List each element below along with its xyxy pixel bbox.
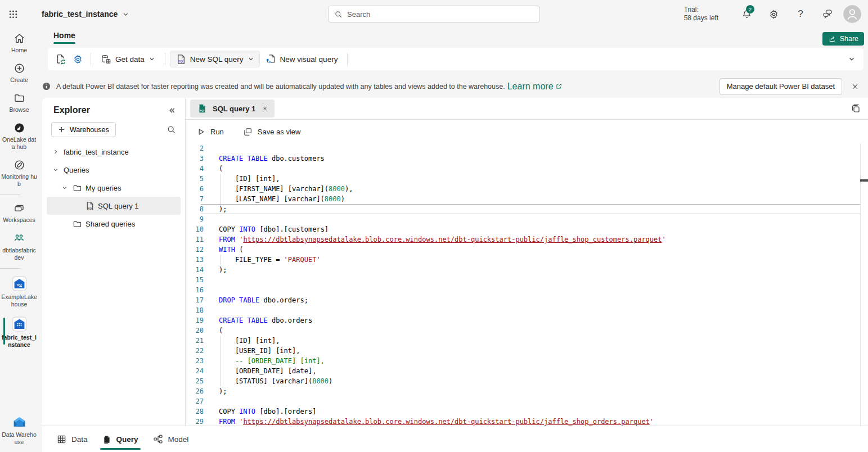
code-line-12[interactable]: 12WITH ( (186, 245, 868, 255)
code-line-5[interactable]: 5 [ID] [int], (186, 174, 868, 184)
ribbon-tab-row: Home Share (38, 28, 868, 48)
code-line-29[interactable]: 29FROM 'https://dbtlabsynapsedatalake.bl… (186, 417, 868, 426)
tab-query[interactable]: Query (99, 426, 142, 452)
code-line-28[interactable]: 28COPY INTO [dbo].[orders] (186, 406, 868, 417)
code-line-17[interactable]: 17DROP TABLE dbo.orders; (186, 295, 868, 305)
new-sql-query-button[interactable]: SQL New SQL query (170, 51, 260, 67)
code-line-15[interactable]: 15 (186, 275, 868, 285)
help-button[interactable]: ? (787, 0, 814, 28)
code-line-27[interactable]: 27 (186, 396, 868, 406)
banner-close-button[interactable] (847, 78, 863, 95)
sidebar-item-monitoring-hub[interactable]: Monitoring hub (0, 155, 38, 192)
code-line-3[interactable]: 3CREATE TABLE dbo.customers (186, 153, 868, 164)
visual-query-icon (265, 53, 276, 65)
code-line-10[interactable]: 10COPY INTO [dbo].[customers] (186, 224, 868, 234)
sidebar-item-browse[interactable]: Browse (0, 88, 38, 117)
code-line-23[interactable]: 23 -- [ORDER_DATE] [int], (186, 356, 868, 366)
code-line-21[interactable]: 21 [ID] [int], (186, 336, 868, 346)
code-line-8[interactable]: 8); (186, 204, 868, 214)
settings-button[interactable] (760, 0, 787, 28)
sidebar-item-data-warehouse[interactable]: Data Warehouse (0, 410, 38, 450)
feedback-button[interactable] (814, 0, 841, 28)
tree-item-queries[interactable]: Queries (47, 161, 181, 179)
run-button[interactable]: Run (197, 128, 224, 136)
copy-icon[interactable] (851, 103, 861, 114)
code-line-9[interactable]: 9 (186, 214, 868, 224)
new-visual-query-button[interactable]: New visual query (260, 51, 343, 67)
svg-text:SQL: SQL (178, 60, 184, 63)
save-as-view-button[interactable]: Save as view (243, 127, 301, 137)
code-line-18[interactable]: 18 (186, 305, 868, 315)
tree-item-fabric-test-instance[interactable]: fabric_test_instance (47, 143, 181, 161)
code-line-25[interactable]: 25 [STATUS] [varchar](8000) (186, 376, 868, 386)
tab-sql-query-1[interactable]: SQL SQL query 1 (190, 100, 275, 117)
share-button[interactable]: Share (822, 32, 864, 46)
code-line-22[interactable]: 22 [USER_ID] [int], (186, 346, 868, 356)
tree-item-my-queries[interactable]: My queries (47, 179, 181, 197)
collapse-panel-icon[interactable] (168, 106, 176, 115)
code-line-11[interactable]: 11FROM 'https://dbtlabsynapsedatalake.bl… (186, 234, 868, 245)
monitoring-icon (14, 159, 25, 171)
code-line-26[interactable]: 26); (186, 386, 868, 396)
sidebar-item-workspaces[interactable]: Workspaces (0, 198, 38, 228)
code-line-7[interactable]: 7 [LAST_NAME] [varchar](8000) (186, 194, 868, 204)
chevron-right-icon[interactable] (51, 148, 60, 155)
sidebar-item-onelake-data-hub[interactable]: OneLake data hub (0, 117, 38, 155)
line-content: COPY INTO [dbo].[orders] (204, 406, 316, 417)
global-search[interactable] (328, 6, 540, 22)
tree-item-sql-query-1[interactable]: SQLSQL query 1 (47, 197, 181, 215)
chevron-down-icon[interactable] (51, 166, 60, 173)
code-line-20[interactable]: 20( (186, 326, 868, 336)
code-line-24[interactable]: 24 [ORDER_DATE] [date], (186, 366, 868, 376)
tab-data[interactable]: Data (53, 426, 91, 452)
code-line-19[interactable]: 19CREATE TABLE dbo.orders (186, 315, 868, 326)
line-number: 27 (186, 396, 204, 406)
sidebar-item-dbtlabsfabricdev[interactable]: dbtlabsfabricdev (0, 228, 38, 265)
code-line-16[interactable]: 16 (186, 285, 868, 295)
main-workspace: Explorer Warehouses fabric_test_instance… (42, 98, 868, 426)
ribbon-divider (165, 53, 165, 65)
sidebar-item-examplelakehouse[interactable]: ExampleLakehouse (0, 272, 38, 312)
learn-more-link[interactable]: Learn more (507, 82, 554, 92)
sidebar-item-create[interactable]: Create (0, 58, 38, 88)
code-line-6[interactable]: 6 [FIRST_NAME] [varchar](8000), (186, 184, 868, 194)
line-content: [ID] [int], (204, 174, 280, 184)
manage-default-dataset-button[interactable]: Manage default Power BI dataset (719, 78, 842, 95)
workspace-switcher[interactable]: fabric_test_instance (42, 10, 129, 19)
account-avatar[interactable] (843, 5, 861, 23)
ribbon-settings-button[interactable] (69, 51, 86, 67)
sql-file-icon: SQL (197, 103, 207, 114)
line-number: 16 (186, 285, 204, 295)
sql-editor[interactable]: 23CREATE TABLE dbo.customers4(5 [ID] [in… (186, 143, 868, 426)
tab-home[interactable]: Home (53, 31, 75, 40)
new-refresh-button[interactable] (52, 51, 69, 67)
sidebar-item-home[interactable]: Home (0, 28, 38, 58)
tree-item-shared-queries[interactable]: Shared queries (47, 215, 181, 233)
code-line-13[interactable]: 13 FILE_TYPE = 'PARQUET' (186, 255, 868, 265)
ribbon-collapse-button[interactable] (848, 55, 856, 65)
editor-overview-ruler[interactable] (860, 143, 868, 426)
line-content: FROM 'https://dbtlabsynapsedatalake.blob… (204, 234, 666, 245)
code-line-2[interactable]: 2 (186, 143, 868, 153)
sidebar-item-fabric-test-instance[interactable]: fabric_test_instance (0, 312, 38, 352)
explorer-search-icon[interactable] (167, 125, 176, 134)
code-line-4[interactable]: 4( (186, 164, 868, 174)
code-line-14[interactable]: 14); (186, 265, 868, 275)
chevron-down-icon (848, 55, 856, 63)
warehouses-button[interactable]: Warehouses (51, 122, 116, 137)
line-content: ( (204, 164, 223, 174)
rail-divider (0, 195, 20, 195)
line-number: 20 (186, 326, 204, 336)
chevron-down-icon[interactable] (60, 184, 69, 191)
app-launcher-button[interactable] (0, 0, 26, 28)
notifications-button[interactable]: 2 (733, 0, 760, 28)
line-number: 8 (186, 204, 204, 214)
get-data-button[interactable]: Get data (96, 51, 160, 67)
explorer-tree: fabric_test_instanceQueriesMy queriesSQL… (42, 143, 185, 233)
tab-model[interactable]: Model (150, 426, 192, 452)
line-content: ); (204, 204, 227, 214)
line-number: 7 (186, 194, 204, 204)
gear-icon (768, 9, 779, 20)
close-tab-icon[interactable] (261, 105, 269, 112)
search-input[interactable] (347, 10, 534, 19)
